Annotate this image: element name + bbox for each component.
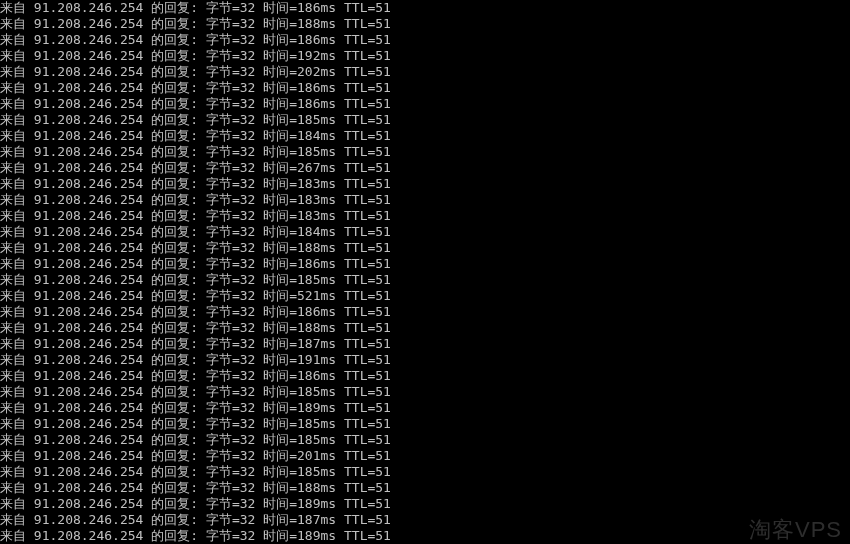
ping-reply-line: 来自 91.208.246.254 的回复: 字节=32 时间=185ms TT… bbox=[0, 112, 850, 128]
ping-reply-line: 来自 91.208.246.254 的回复: 字节=32 时间=189ms TT… bbox=[0, 496, 850, 512]
ping-reply-line: 来自 91.208.246.254 的回复: 字节=32 时间=186ms TT… bbox=[0, 368, 850, 384]
ping-reply-line: 来自 91.208.246.254 的回复: 字节=32 时间=186ms TT… bbox=[0, 304, 850, 320]
ping-reply-line: 来自 91.208.246.254 的回复: 字节=32 时间=186ms TT… bbox=[0, 256, 850, 272]
ping-reply-line: 来自 91.208.246.254 的回复: 字节=32 时间=191ms TT… bbox=[0, 352, 850, 368]
ping-reply-line: 来自 91.208.246.254 的回复: 字节=32 时间=183ms TT… bbox=[0, 176, 850, 192]
ping-reply-line: 来自 91.208.246.254 的回复: 字节=32 时间=188ms TT… bbox=[0, 480, 850, 496]
ping-reply-line: 来自 91.208.246.254 的回复: 字节=32 时间=185ms TT… bbox=[0, 416, 850, 432]
ping-reply-line: 来自 91.208.246.254 的回复: 字节=32 时间=186ms TT… bbox=[0, 0, 850, 16]
ping-reply-line: 来自 91.208.246.254 的回复: 字节=32 时间=185ms TT… bbox=[0, 432, 850, 448]
ping-reply-line: 来自 91.208.246.254 的回复: 字节=32 时间=187ms TT… bbox=[0, 336, 850, 352]
ping-reply-line: 来自 91.208.246.254 的回复: 字节=32 时间=188ms TT… bbox=[0, 240, 850, 256]
ping-reply-line: 来自 91.208.246.254 的回复: 字节=32 时间=201ms TT… bbox=[0, 448, 850, 464]
ping-reply-line: 来自 91.208.246.254 的回复: 字节=32 时间=187ms TT… bbox=[0, 512, 850, 528]
ping-reply-line: 来自 91.208.246.254 的回复: 字节=32 时间=186ms TT… bbox=[0, 80, 850, 96]
ping-reply-line: 来自 91.208.246.254 的回复: 字节=32 时间=186ms TT… bbox=[0, 32, 850, 48]
ping-reply-line: 来自 91.208.246.254 的回复: 字节=32 时间=183ms TT… bbox=[0, 192, 850, 208]
ping-reply-line: 来自 91.208.246.254 的回复: 字节=32 时间=267ms TT… bbox=[0, 160, 850, 176]
ping-reply-line: 来自 91.208.246.254 的回复: 字节=32 时间=202ms TT… bbox=[0, 64, 850, 80]
ping-reply-line: 来自 91.208.246.254 的回复: 字节=32 时间=189ms TT… bbox=[0, 400, 850, 416]
ping-reply-line: 来自 91.208.246.254 的回复: 字节=32 时间=185ms TT… bbox=[0, 272, 850, 288]
ping-reply-line: 来自 91.208.246.254 的回复: 字节=32 时间=183ms TT… bbox=[0, 208, 850, 224]
ping-reply-line: 来自 91.208.246.254 的回复: 字节=32 时间=185ms TT… bbox=[0, 464, 850, 480]
ping-reply-line: 来自 91.208.246.254 的回复: 字节=32 时间=184ms TT… bbox=[0, 128, 850, 144]
terminal-output: 来自 91.208.246.254 的回复: 字节=32 时间=186ms TT… bbox=[0, 0, 850, 544]
ping-reply-line: 来自 91.208.246.254 的回复: 字节=32 时间=185ms TT… bbox=[0, 384, 850, 400]
ping-reply-line: 来自 91.208.246.254 的回复: 字节=32 时间=188ms TT… bbox=[0, 16, 850, 32]
ping-reply-line: 来自 91.208.246.254 的回复: 字节=32 时间=185ms TT… bbox=[0, 144, 850, 160]
ping-reply-line: 来自 91.208.246.254 的回复: 字节=32 时间=186ms TT… bbox=[0, 96, 850, 112]
ping-reply-line: 来自 91.208.246.254 的回复: 字节=32 时间=521ms TT… bbox=[0, 288, 850, 304]
ping-reply-line: 来自 91.208.246.254 的回复: 字节=32 时间=189ms TT… bbox=[0, 528, 850, 544]
ping-reply-line: 来自 91.208.246.254 的回复: 字节=32 时间=192ms TT… bbox=[0, 48, 850, 64]
ping-reply-line: 来自 91.208.246.254 的回复: 字节=32 时间=188ms TT… bbox=[0, 320, 850, 336]
ping-reply-line: 来自 91.208.246.254 的回复: 字节=32 时间=184ms TT… bbox=[0, 224, 850, 240]
